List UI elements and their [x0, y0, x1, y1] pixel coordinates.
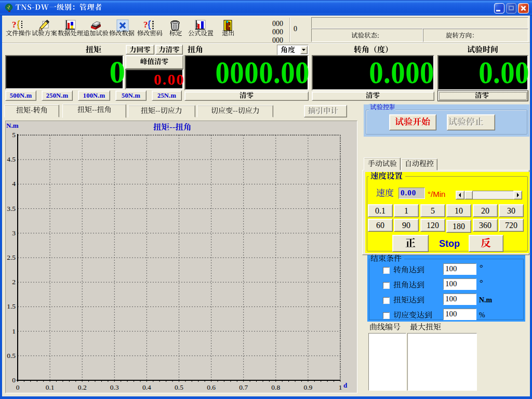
svg-text:2: 2	[12, 278, 16, 286]
svg-text:0.1: 0.1	[46, 383, 55, 391]
svg-text:1: 1	[339, 383, 342, 391]
svg-text:0.5: 0.5	[175, 383, 183, 391]
svg-text:0: 0	[12, 376, 16, 384]
svg-text:0.9: 0.9	[303, 383, 312, 391]
svg-text:d: d	[343, 381, 348, 389]
svg-text:4: 4	[12, 180, 16, 188]
svg-text:0.4: 0.4	[142, 383, 151, 391]
svg-text:0.8: 0.8	[271, 383, 280, 391]
svg-text:1: 1	[12, 327, 16, 335]
svg-text:0.2: 0.2	[78, 383, 87, 391]
svg-text:N.m: N.m	[6, 122, 19, 129]
svg-text:3: 3	[12, 229, 16, 237]
svg-text:5: 5	[12, 131, 16, 139]
svg-text:?: ?	[12, 20, 17, 30]
svg-text:0.6: 0.6	[207, 383, 216, 391]
svg-text:0.7: 0.7	[239, 383, 248, 391]
svg-text:4.5: 4.5	[7, 155, 16, 163]
svg-text:1.5: 1.5	[7, 302, 16, 310]
svg-text:3.5: 3.5	[7, 205, 16, 212]
svg-text:2.5: 2.5	[7, 254, 16, 261]
svg-text:0.5: 0.5	[7, 352, 16, 360]
svg-text:0.3: 0.3	[110, 383, 119, 391]
svg-text:?: ?	[143, 20, 148, 30]
svg-text:0: 0	[16, 383, 20, 391]
